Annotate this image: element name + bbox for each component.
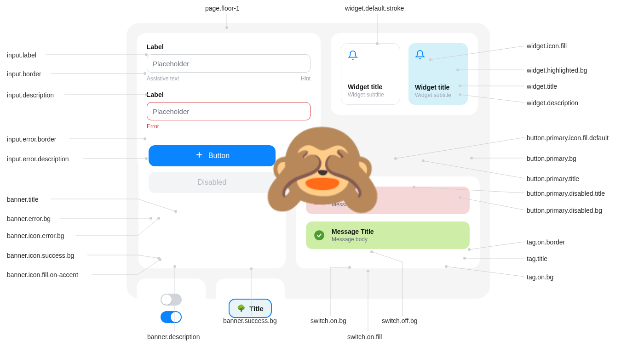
callout-label: banner.success.bg	[223, 317, 277, 324]
svg-point-4	[314, 230, 324, 240]
callout-label: banner.title	[7, 196, 39, 203]
tree-icon: 🌳	[237, 304, 246, 312]
tag-title: Title	[249, 305, 264, 312]
callout-label: input.error.border	[7, 136, 56, 143]
callout-label: banner.icon.success.bg	[7, 252, 74, 259]
callout-label: widget.icon.fill	[527, 42, 567, 50]
widget-default-title: Widget title	[348, 83, 393, 91]
plus-icon	[195, 150, 204, 161]
callout-label: input.border	[7, 70, 41, 78]
disabled-button-label: Disabled	[198, 178, 226, 187]
banner-success-body: Message body	[332, 236, 374, 243]
callout-label: button.primary.title	[527, 175, 579, 182]
check-circle-icon	[313, 229, 325, 241]
switch-knob	[161, 295, 172, 305]
callout-label: button.primary.icon.fil.default	[527, 134, 609, 142]
widget-default-subtitle: Widget subtitle	[348, 91, 393, 98]
callout-label: button.primary.bg	[527, 155, 576, 162]
input-assistive-text: Assistive text	[147, 75, 179, 82]
banner-success-title: Message Title	[332, 228, 374, 235]
callout-label: widget.default.stroke	[345, 5, 404, 12]
panel-switches	[137, 278, 206, 338]
input-label: Label	[147, 43, 310, 51]
input-hint: Hint	[301, 75, 310, 82]
callout-label: widget.description	[527, 99, 578, 107]
callout-label: button.primary.disabled.title	[527, 190, 605, 197]
panel-tag: 🌳 Title	[216, 278, 285, 338]
callout-label: banner.icon.error.bg	[7, 232, 64, 239]
panel-widgets: Widget title Widget subtitle Widget titl…	[331, 33, 478, 115]
callout-label: switch.on.bg	[310, 317, 346, 324]
callout-label: banner.error.bg	[7, 215, 51, 222]
callout-label: page.floor-1	[205, 5, 240, 12]
primary-button-label: Button	[208, 152, 230, 160]
callout-label: switch.on.fill	[347, 333, 382, 340]
callout-label: widget.title	[527, 83, 557, 90]
widget-highlighted-subtitle: Widget subtitle	[415, 92, 461, 98]
callout-label: input.label	[7, 51, 36, 59]
callout-label: button.primary.disabled.bg	[527, 207, 602, 214]
input-default-group: Label Assistive text Hint	[147, 43, 310, 82]
primary-button[interactable]: Button	[149, 145, 276, 166]
widget-default[interactable]: Widget title Widget subtitle	[341, 43, 400, 105]
callout-label: input.description	[7, 91, 54, 99]
callout-label: tag.title	[527, 255, 547, 262]
disabled-button: Disabled	[149, 172, 276, 193]
bell-icon	[348, 50, 393, 62]
switch-on[interactable]	[161, 311, 182, 323]
input-assistive-row: Assistive text Hint	[147, 75, 310, 82]
callout-label: widget.highlighted.bg	[527, 67, 587, 74]
widget-highlighted-title: Widget title	[415, 84, 461, 91]
callout-label: tag.on.border	[527, 238, 565, 246]
input-error-label: Label	[147, 91, 310, 98]
tag-on[interactable]: 🌳 Title	[229, 299, 272, 318]
widget-highlighted[interactable]: Widget title Widget subtitle	[408, 43, 468, 105]
bell-icon	[415, 50, 461, 62]
callout-label: tag.on.bg	[527, 273, 553, 281]
switch-knob	[171, 312, 181, 322]
callout-label: banner.description	[147, 333, 200, 340]
banner-success: Message Title Message body	[306, 221, 470, 249]
see-no-evil-monkey-icon: 🙈	[262, 119, 383, 216]
switch-off[interactable]	[161, 294, 182, 306]
callout-label: banner.icon.fill.on-accent	[7, 271, 78, 278]
callout-label: input.error.description	[7, 155, 69, 163]
input-default[interactable]	[147, 54, 310, 73]
callout-label: switch.off.bg	[382, 317, 418, 324]
